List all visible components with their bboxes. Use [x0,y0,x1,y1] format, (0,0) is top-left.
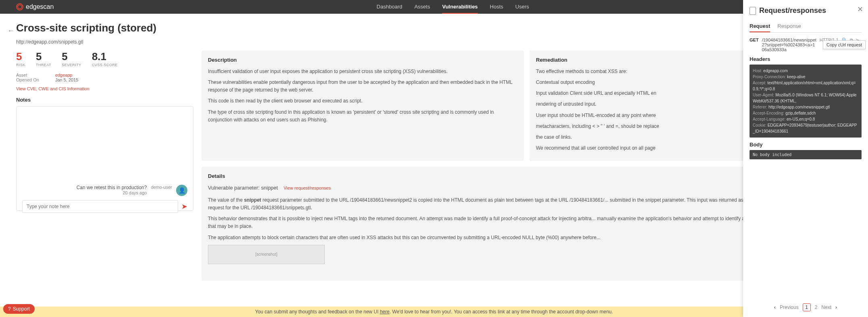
metric-severity: 5SEVERITY [62,50,81,67]
vulnerable-parameter: Vulnerable parameter: snippet [208,184,278,192]
metric-cvss: 8.1CVSS SCORE [92,50,118,67]
body-heading: Body [750,142,862,148]
headers-box: Host: edgeapp.comProxy-Connection: keep-… [750,65,862,138]
headers-heading: Headers [750,56,862,62]
description-heading: Description [208,56,517,65]
note-text: Can we retest this in production? [77,185,147,190]
nav-assets[interactable]: Assets [414,0,430,14]
tab-request[interactable]: Request [750,21,770,32]
notes-box: Can we retest this in production? 20 day… [16,106,193,211]
request-response-panel: ✕ Request/responses Request Response Cop… [743,0,868,281]
metrics-row: 5RISK 5THREAT 5SEVERITY 8.1CVSS SCORE [16,50,193,67]
metric-risk: 5RISK [16,50,25,67]
nav-users[interactable]: Users [515,0,529,14]
nav-dashboard[interactable]: Dashboard [377,0,403,14]
request-url: /190484183661/newsnippet2?snippet=%00243… [762,38,816,52]
tab-response[interactable]: Response [777,21,801,32]
brand-logo[interactable]: edgescan [16,3,54,10]
notes-heading: Notes [16,97,193,103]
view-request-responses-link[interactable]: View request/responses [284,185,331,192]
description-card: Description Insufficient validation of u… [201,50,524,161]
vuln-url: http://edgeapp.com/snippets.gtl [16,39,852,45]
page-content: (1/70) Open ← Cross-site scripting (stor… [0,14,868,281]
asset-name-link[interactable]: edgeapp [55,73,79,77]
note-input[interactable] [22,200,178,213]
nav-vulnerabilities[interactable]: Vulnerabilities [442,0,478,14]
http-method: GET [750,38,759,42]
document-icon [750,7,756,15]
note-input-row: ➤ [22,200,187,213]
close-icon[interactable]: ✕ [857,5,863,14]
note-meta: 20 days ago [77,190,147,195]
cve-link[interactable]: View CVE, CWE and CIS Information [16,86,193,91]
nav-hosts[interactable]: Hosts [490,0,503,14]
brand-name: edgescan [26,3,54,10]
back-arrow-icon[interactable]: ← [7,27,15,35]
note-user: demo-user [151,185,172,190]
note-item: Can we retest this in production? 20 day… [22,112,187,196]
body-box: No body included [750,150,862,159]
asset-info: AssetOpened On edgeappJan 5, 2015 [16,73,193,82]
panel-tabs: Request Response [750,21,862,33]
nav-items: Dashboard Assets Vulnerabilities Hosts U… [377,0,529,14]
metric-threat: 5THREAT [36,50,51,67]
copy-curl-tooltip: Copy cUrl request [823,40,866,49]
evidence-screenshot[interactable]: [screenshot] [208,245,325,264]
logo-icon [16,3,23,10]
panel-title: Request/responses [750,6,862,15]
top-nav: edgescan Dashboard Assets Vulnerabilitie… [0,0,868,14]
avatar-icon: 👤 [176,185,187,196]
left-column: 5RISK 5THREAT 5SEVERITY 8.1CVSS SCORE As… [16,50,193,281]
page-title: Cross-site scripting (stored) [16,22,852,34]
send-icon[interactable]: ➤ [181,202,187,211]
